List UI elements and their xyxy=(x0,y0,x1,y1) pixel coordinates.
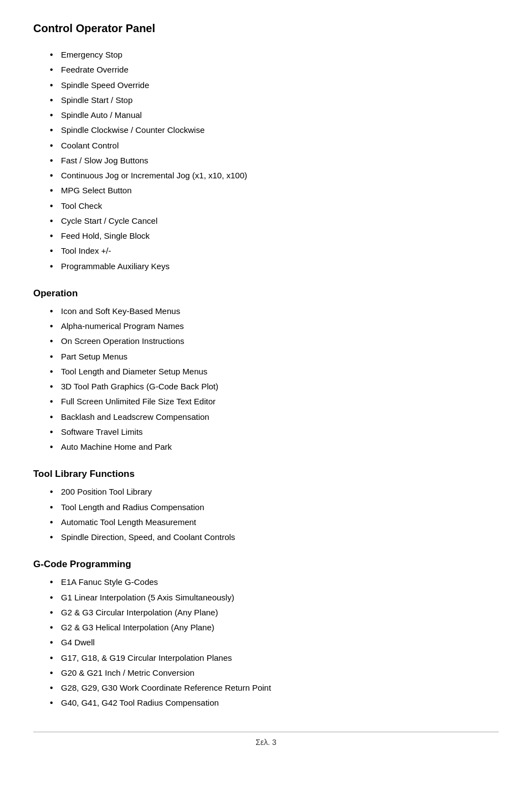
page-container: Control Operator Panel Emergency Stop Fe… xyxy=(0,0,532,780)
list-item: Feed Hold, Single Block xyxy=(50,229,499,242)
list-item: G17, G18, & G19 Circular Interpolation P… xyxy=(50,651,499,664)
tool-library-section-header: Tool Library Functions xyxy=(33,469,499,480)
list-item: Emergency Stop xyxy=(50,48,499,61)
list-item: MPG Select Button xyxy=(50,184,499,197)
list-item: Coolant Control xyxy=(50,139,499,152)
list-item: 3D Tool Path Graphics (G-Code Back Plot) xyxy=(50,380,499,393)
list-item: Software Travel Limits xyxy=(50,425,499,438)
list-item: Spindle Direction, Speed, and Coolant Co… xyxy=(50,531,499,543)
operation-section-header: Operation xyxy=(33,288,499,299)
list-item: Auto Machine Home and Park xyxy=(50,440,499,453)
list-item: Feedrate Override xyxy=(50,63,499,76)
list-item: G4 Dwell xyxy=(50,636,499,649)
list-item: 200 Position Tool Library xyxy=(50,485,499,498)
list-item: Tool Length and Diameter Setup Menus xyxy=(50,365,499,378)
list-item: Tool Length and Radius Compensation xyxy=(50,501,499,513)
list-item: G2 & G3 Circular Interpolation (Any Plan… xyxy=(50,606,499,619)
tool-library-list: 200 Position Tool Library Tool Length an… xyxy=(33,485,499,543)
list-item: Spindle Auto / Manual xyxy=(50,109,499,121)
list-item: Backlash and Leadscrew Compensation xyxy=(50,410,499,423)
list-item: Cycle Start / Cycle Cancel xyxy=(50,214,499,227)
list-item: Spindle Speed Override xyxy=(50,79,499,91)
list-item: G20 & G21 Inch / Metric Conversion xyxy=(50,666,499,679)
footer-divider xyxy=(33,732,499,732)
list-item: G40, G41, G42 Tool Radius Compensation xyxy=(50,696,499,709)
list-item: Programmable Auxiliary Keys xyxy=(50,260,499,273)
list-item: G1 Linear Interpolation (5 Axis Simultan… xyxy=(50,591,499,604)
list-item: Continuous Jog or Incremental Jog (x1, x… xyxy=(50,169,499,182)
operation-list: Icon and Soft Key-Based Menus Alpha-nume… xyxy=(33,305,499,454)
list-item: Icon and Soft Key-Based Menus xyxy=(50,305,499,317)
list-item: G2 & G3 Helical Interpolation (Any Plane… xyxy=(50,621,499,634)
list-item: On Screen Operation Instructions xyxy=(50,335,499,347)
gcode-section-header: G-Code Programming xyxy=(33,559,499,570)
list-item: Tool Index +/- xyxy=(50,244,499,257)
list-item: Alpha-numerical Program Names xyxy=(50,320,499,332)
list-item: E1A Fanuc Style G-Codes xyxy=(50,575,499,588)
list-item: Fast / Slow Jog Buttons xyxy=(50,154,499,167)
control-operator-panel-list: Emergency Stop Feedrate Override Spindle… xyxy=(33,48,499,273)
list-item: Tool Check xyxy=(50,199,499,212)
list-item: Spindle Start / Stop xyxy=(50,94,499,106)
page-title: Control Operator Panel xyxy=(33,22,499,35)
list-item: Part Setup Menus xyxy=(50,350,499,363)
footer-page-number: Σελ. 3 xyxy=(33,738,499,747)
gcode-list: E1A Fanuc Style G-Codes G1 Linear Interp… xyxy=(33,575,499,709)
list-item: Automatic Tool Length Measurement xyxy=(50,516,499,528)
list-item: Spindle Clockwise / Counter Clockwise xyxy=(50,124,499,136)
list-item: G28, G29, G30 Work Coordinate Reference … xyxy=(50,681,499,694)
list-item: Full Screen Unlimited File Size Text Edi… xyxy=(50,395,499,408)
